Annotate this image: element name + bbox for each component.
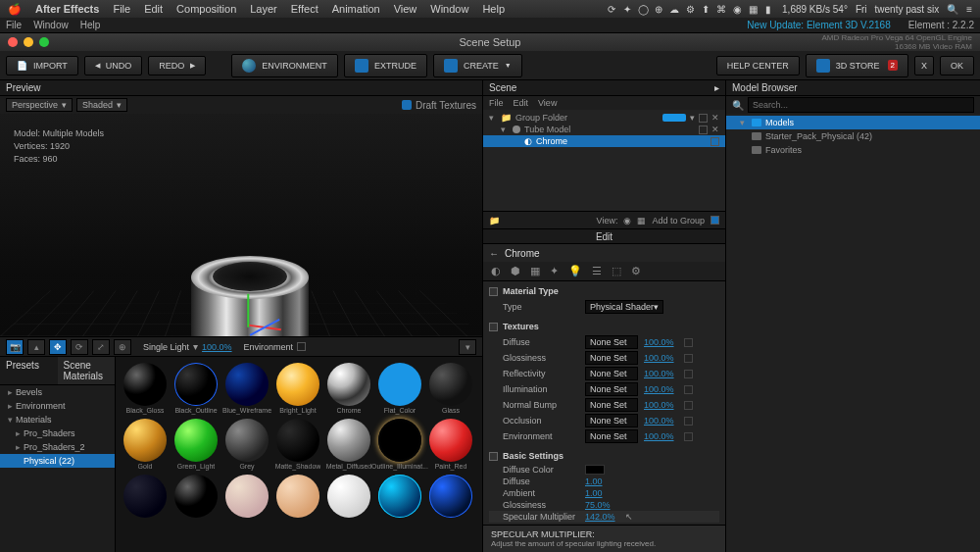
scene-menu-file[interactable]: File: [489, 98, 504, 108]
back-button[interactable]: ←: [489, 248, 499, 259]
mat-item[interactable]: [376, 475, 423, 528]
gear-icon[interactable]: ⚙: [631, 265, 641, 277]
specular-multiplier-value[interactable]: 142.0%: [585, 512, 615, 522]
menu-composition[interactable]: Composition: [176, 3, 236, 15]
mat-gold[interactable]: Gold: [122, 419, 169, 473]
tex-nbump-slot[interactable]: None Set: [585, 398, 638, 412]
move-tool[interactable]: ✥: [49, 339, 67, 355]
tex-diffuse-slot[interactable]: None Set: [585, 335, 638, 349]
menu-animation[interactable]: Animation: [332, 3, 380, 15]
layer-indicator[interactable]: [662, 114, 686, 122]
scene-menu-view[interactable]: View: [538, 98, 557, 108]
scene-menu-edit[interactable]: Edit: [514, 98, 529, 108]
redo-button[interactable]: REDO▶: [148, 56, 206, 75]
extrude-button[interactable]: EXTRUDE: [344, 54, 427, 77]
mat-paint-red[interactable]: Paint_Red: [427, 419, 474, 473]
tree-environment[interactable]: ▸Environment: [0, 399, 115, 413]
mat-item[interactable]: [325, 475, 372, 528]
tube-model-preview[interactable]: [191, 256, 309, 336]
tab-presets[interactable]: Presets: [0, 357, 58, 385]
model-search-input[interactable]: [748, 97, 974, 113]
rotate-tool[interactable]: ⟳: [71, 339, 88, 355]
channel-icon[interactable]: ✦: [550, 265, 559, 277]
e3d-menu-window[interactable]: Window: [33, 20, 69, 30]
view-mode-icon[interactable]: ▦: [637, 216, 646, 226]
menu-view[interactable]: View: [394, 3, 417, 15]
minimize-window-button[interactable]: [24, 37, 33, 47]
menu-icon[interactable]: ≡: [966, 4, 972, 15]
mat-glass[interactable]: Glass: [427, 363, 474, 417]
channel-icon[interactable]: ⬚: [612, 265, 621, 277]
mat-outline-illuminated[interactable]: Outline_Illuminat...: [376, 419, 423, 473]
help-center-button[interactable]: HELP CENTER: [716, 56, 800, 75]
tex-illum-pct[interactable]: 100.0%: [644, 384, 674, 394]
tex-refl-slot[interactable]: None Set: [585, 367, 638, 380]
tree-physical[interactable]: Physical (22): [0, 454, 115, 468]
visibility-toggle[interactable]: [710, 137, 719, 146]
diffuse-value[interactable]: 1.00: [585, 477, 603, 486]
mat-matte-shadow[interactable]: Matte_Shadow: [274, 419, 321, 473]
shading-dropdown[interactable]: Shaded▾: [76, 98, 127, 112]
mat-item[interactable]: [427, 475, 474, 528]
shader-type-dropdown[interactable]: Physical Shader▾: [585, 300, 663, 314]
scene-chrome-material[interactable]: ◐ Chrome: [483, 135, 725, 147]
camera-tool[interactable]: 📷: [6, 339, 24, 355]
tex-env-pct[interactable]: 100.0%: [644, 431, 674, 441]
3d-viewport[interactable]: Model: Multiple Models Vertices: 1920 Fa…: [0, 114, 482, 336]
mat-grey[interactable]: Grey: [223, 419, 270, 473]
settings-icon[interactable]: ▾: [459, 339, 476, 355]
tree-pro-shaders[interactable]: ▸Pro_Shaders: [0, 427, 115, 440]
ok-button[interactable]: OK: [940, 56, 974, 75]
mat-bright-light[interactable]: Bright_Light: [274, 363, 321, 417]
folder-icon[interactable]: 📁: [489, 216, 500, 226]
close-button[interactable]: X: [914, 56, 934, 75]
mat-item[interactable]: [122, 475, 169, 528]
mat-item[interactable]: [172, 475, 220, 528]
import-button[interactable]: 📄IMPORT: [6, 56, 78, 75]
mat-black-outline[interactable]: Black_Outline: [172, 363, 220, 417]
menu-file[interactable]: File: [113, 3, 130, 15]
environment-button[interactable]: ENVIRONMENT: [231, 54, 338, 77]
tex-gloss-pct[interactable]: 100.0%: [644, 353, 674, 363]
light-value[interactable]: 100.0%: [202, 342, 232, 352]
undo-button[interactable]: ◀UNDO: [84, 56, 143, 75]
delete-icon[interactable]: ✕: [711, 125, 719, 134]
view-mode-icon[interactable]: ◉: [623, 216, 631, 226]
clock[interactable]: twenty past six: [875, 4, 940, 15]
channel-icon[interactable]: ▦: [530, 265, 540, 277]
scene-tube-model[interactable]: ▾ Tube Model ✕: [483, 124, 725, 135]
mat-item[interactable]: [223, 475, 270, 528]
menu-layer[interactable]: Layer: [250, 3, 277, 15]
tab-scene-materials[interactable]: Scene Materials: [58, 357, 116, 385]
tex-occ-slot[interactable]: None Set: [585, 414, 638, 427]
tree-pro-shaders-2[interactable]: ▸Pro_Shaders_2: [0, 440, 115, 454]
tree-starter-pack[interactable]: Starter_Pack_Physical (42): [726, 129, 980, 143]
mat-item[interactable]: [274, 475, 321, 528]
draft-textures-checkbox[interactable]: [402, 100, 412, 110]
channel-icon[interactable]: ◐: [491, 265, 501, 277]
tex-illum-slot[interactable]: None Set: [585, 382, 638, 396]
tex-env-slot[interactable]: None Set: [585, 429, 638, 443]
mat-chrome[interactable]: Chrome: [325, 363, 372, 417]
env-checkbox[interactable]: [297, 342, 306, 351]
menu-edit[interactable]: Edit: [144, 3, 163, 15]
ambient-value[interactable]: 1.00: [585, 488, 603, 498]
tex-occ-pct[interactable]: 100.0%: [644, 416, 674, 426]
section-material-type[interactable]: Material Type: [489, 283, 719, 299]
select-tool[interactable]: ▴: [27, 339, 45, 355]
visibility-toggle[interactable]: [699, 125, 708, 134]
tree-materials[interactable]: ▾Materials: [0, 413, 115, 427]
add-to-group-button[interactable]: [710, 216, 719, 225]
mat-green-light[interactable]: Green_Light: [172, 419, 220, 473]
create-button[interactable]: CREATE▼: [433, 54, 522, 77]
tree-bevels[interactable]: ▸Bevels: [0, 385, 115, 399]
e3d-menu-file[interactable]: File: [6, 20, 22, 30]
close-window-button[interactable]: [8, 37, 18, 47]
tex-gloss-slot[interactable]: None Set: [585, 351, 638, 365]
e3d-menu-help[interactable]: Help: [80, 20, 101, 30]
tex-diffuse-pct[interactable]: 100.0%: [644, 337, 674, 347]
anchor-tool[interactable]: ⊕: [114, 339, 131, 355]
zoom-window-button[interactable]: [39, 37, 49, 47]
app-name[interactable]: After Effects: [35, 3, 99, 15]
tree-models[interactable]: ▾Models: [726, 116, 980, 129]
